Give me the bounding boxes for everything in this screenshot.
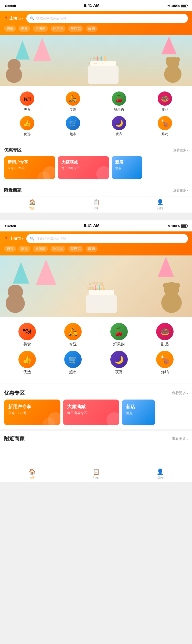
- promo-more-button[interactable]: 查看更多 ›: [173, 148, 188, 153]
- categories-2: 🍽 美食 🛵 专送 🍒 鲜果购 🍩 甜品 👍 优选 🛒: [0, 317, 192, 381]
- carrier: Sketch: [5, 4, 16, 8]
- quick-tag2-2[interactable]: 肯德基: [33, 246, 48, 252]
- content-placeholder: [0, 450, 192, 466]
- meishi-icon: 🍽: [20, 91, 34, 106]
- category-chaoshi[interactable]: 🛒 超市: [63, 116, 83, 136]
- quick-tag2-1[interactable]: 凉皮: [18, 246, 30, 252]
- header-2: 📍 上海市 ▾ 🔍 搜索商家或商品名称 奶茶 凉皮 肯德基 冰淇淋 星巴克 酸奶: [0, 231, 192, 255]
- nearby-section-2: 附近商家 查看更多 ›: [0, 431, 192, 450]
- banner-large[interactable]: IC千库网 588ku.com: [0, 255, 192, 317]
- chevron-down-icon: ▾: [22, 17, 23, 20]
- category-yexiao-2[interactable]: 🌙 夜宵: [109, 351, 129, 374]
- nav-home[interactable]: 🏠 首页: [29, 199, 36, 210]
- promo-card-1-title-2: 新用户专享: [8, 404, 56, 410]
- quick-tag-3[interactable]: 冰淇淋: [50, 26, 66, 32]
- promo-section: 优惠专区 查看更多 ›: [0, 143, 192, 153]
- promo-card-discount[interactable]: 大额满减 每日满减专区: [58, 156, 109, 179]
- party-hat-teal-2: [13, 262, 29, 284]
- promo-card-new-user[interactable]: 新用户专享 立减10-25元: [4, 156, 55, 179]
- zaji-label-2: 炸鸡: [161, 370, 169, 374]
- category-zhuansong-2[interactable]: 🛵 专送: [63, 323, 83, 347]
- quick-tag-0[interactable]: 奶茶: [4, 26, 16, 32]
- promo-card-discount-2[interactable]: 大额满减 每日满减专区: [63, 400, 119, 425]
- category-xiangu-2[interactable]: 🍒 鲜果购: [109, 323, 129, 347]
- tianpin-icon-2: 🍩: [156, 323, 174, 340]
- chevron-right-icon-4: ›: [187, 437, 188, 441]
- time: 9:41 AM: [84, 3, 100, 8]
- nav-orders-label: 订单: [93, 206, 99, 210]
- search-bar-2[interactable]: 🔍 搜索商家或商品名称: [26, 234, 188, 243]
- category-zaji[interactable]: 🍗 炸鸡: [155, 116, 175, 136]
- divider-1: [0, 383, 192, 383]
- location-selector-2[interactable]: 📍 上海市 ▾: [4, 236, 23, 241]
- promo-card-3-sub-2: 整点: [126, 411, 151, 415]
- category-youxuan-2[interactable]: 👍 优选: [17, 351, 37, 374]
- time-2: 9:41 AM: [84, 224, 100, 228]
- zhuansong-label-2: 专送: [69, 342, 77, 347]
- nav-profile-2[interactable]: 👤 我的: [157, 469, 164, 480]
- promo-section-2: 优惠专区 查看更多 ›: [0, 385, 192, 396]
- nav-orders[interactable]: 📋 订单: [93, 199, 100, 210]
- promo-card-new-store-2[interactable]: 新店 整点: [122, 400, 155, 425]
- nav-profile[interactable]: 👤 我的: [157, 199, 164, 210]
- quick-tag-5[interactable]: 酸奶: [86, 26, 98, 32]
- promo-more-button-2[interactable]: 查看更多 ›: [172, 391, 188, 395]
- yexiao-icon-2: 🌙: [110, 351, 128, 368]
- home-icon-2: 🏠: [29, 469, 36, 475]
- party-hat-pink-2: [36, 259, 56, 285]
- category-zaji-2[interactable]: 🍗 炸鸡: [155, 351, 175, 374]
- quick-tag-4[interactable]: 星巴克: [68, 26, 83, 32]
- category-row-1: 🍽 美食 🛵 专送 🍒 鲜果购 🍩 甜品: [4, 91, 188, 112]
- category-yexiao[interactable]: 🌙 夜宵: [109, 116, 129, 136]
- category-youxuan[interactable]: 👍 优选: [17, 116, 37, 136]
- party-hat-right-icon: [161, 37, 177, 54]
- youxuan-icon: 👍: [20, 116, 34, 130]
- category-tianpin-2[interactable]: 🍩 甜品: [155, 323, 175, 347]
- nav-orders-2[interactable]: 📋 订单: [93, 469, 100, 480]
- chevron-down-icon-2: ▾: [22, 237, 23, 240]
- bottom-nav: 🏠 首页 📋 订单 👤 我的: [0, 196, 192, 213]
- nav-profile-label-2: 我的: [157, 476, 163, 480]
- promo-card-new-store[interactable]: 新店 整点: [112, 156, 142, 179]
- zhuansong-label: 专送: [70, 107, 76, 112]
- quick-tag-2[interactable]: 肯德基: [33, 26, 48, 32]
- search-bar[interactable]: 🔍 搜索商家或商品名称: [26, 14, 188, 23]
- screen-gap: [0, 213, 192, 220]
- battery-area: ✳ 100%: [167, 4, 187, 8]
- quick-tag-1[interactable]: 凉皮: [18, 26, 30, 32]
- status-bar-2: Sketch 9:41 AM ✳ 100%: [0, 220, 192, 231]
- chaoshi-icon: 🛒: [66, 116, 80, 130]
- status-bar: Sketch 9:41 AM ✳ 100%: [0, 0, 192, 11]
- category-meishi[interactable]: 🍽 美食: [17, 91, 37, 112]
- meishi-icon-2: 🍽: [18, 323, 36, 340]
- location-selector[interactable]: 📍 上海市 ▾: [4, 16, 23, 21]
- quick-tag2-0[interactable]: 奶茶: [4, 246, 16, 252]
- promo-card-1-sub-2: 立减10-25元: [8, 411, 56, 415]
- zaji-icon: 🍗: [158, 116, 172, 130]
- quick-tags: 奶茶 凉皮 肯德基 冰淇淋 星巴克 酸奶: [4, 26, 188, 32]
- quick-tag2-4[interactable]: 星巴克: [68, 246, 83, 252]
- quick-tag2-5[interactable]: 酸奶: [86, 246, 98, 252]
- nearby-section-header-2: 附近商家 查看更多 ›: [4, 435, 188, 442]
- category-meishi-2[interactable]: 🍽 美食: [17, 323, 37, 347]
- nearby-more-button[interactable]: 查看更多 ›: [173, 188, 188, 193]
- category-tianpin[interactable]: 🍩 甜品: [155, 91, 175, 112]
- banner[interactable]: IC千库网 588ku.com: [0, 35, 192, 86]
- chaoshi-icon-2: 🛒: [64, 351, 82, 368]
- category-row-2: 👍 优选 🛒 超市 🌙 夜宵 🍗 炸鸡: [4, 116, 188, 136]
- nearby-more-button-2[interactable]: 查看更多 ›: [172, 437, 188, 441]
- search-icon-2: 🔍: [30, 237, 34, 241]
- category-zhuansong[interactable]: 🛵 专送: [63, 91, 83, 112]
- tianpin-icon: 🍩: [158, 91, 172, 106]
- category-chaoshi-2[interactable]: 🛒 超市: [63, 351, 83, 374]
- nav-home-2[interactable]: 🏠 首页: [29, 469, 36, 480]
- category-xiangu[interactable]: 🍒 鲜果购: [109, 91, 129, 112]
- header: 📍 上海市 ▾ 🔍 搜索商家或商品名称 奶茶 凉皮 肯德基 冰淇淋 星巴克 酸奶: [0, 11, 192, 35]
- location-text: 上海市: [9, 16, 21, 21]
- divider-2: [0, 429, 192, 431]
- zaji-label: 炸鸡: [162, 132, 168, 136]
- promo-card-new-user-2[interactable]: 新用户专享 立减10-25元: [4, 400, 60, 425]
- party-hat-teal-icon: [15, 40, 30, 60]
- quick-tag2-3[interactable]: 冰淇淋: [50, 246, 66, 252]
- tianpin-label-2: 甜品: [161, 342, 169, 347]
